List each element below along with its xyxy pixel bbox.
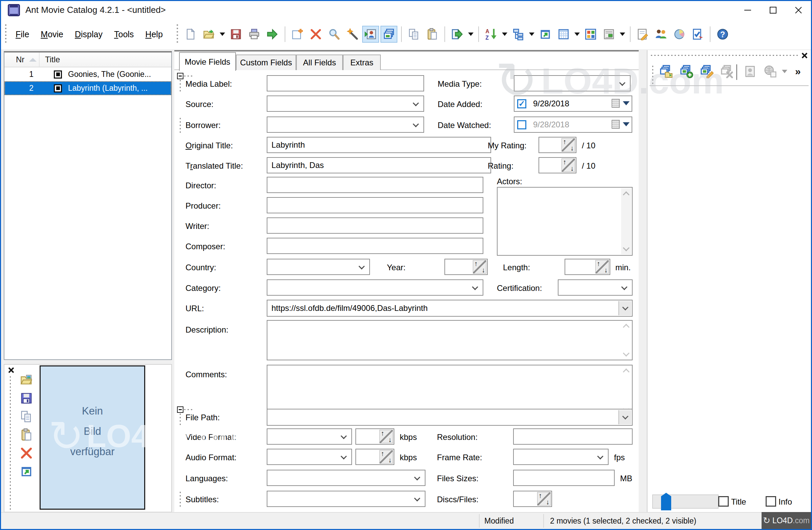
spinner-buttons[interactable]: ↑↓: [562, 138, 575, 152]
spinner-buttons[interactable]: ↑↓: [562, 158, 575, 172]
list-view-button[interactable]: [600, 26, 618, 43]
actors-textarea[interactable]: [497, 187, 633, 256]
statistics-button[interactable]: [671, 26, 688, 43]
subtitles-dropdown[interactable]: [267, 491, 425, 507]
delete-picture-button[interactable]: [18, 445, 35, 462]
writer-input[interactable]: [267, 217, 483, 234]
paste-picture-button[interactable]: [18, 426, 35, 443]
right-toolbar-grip[interactable]: [652, 66, 653, 85]
video-bitrate-spinner[interactable]: ↑↓: [356, 428, 394, 445]
help-button[interactable]: ?: [714, 26, 731, 43]
right-panel-close-button[interactable]: [800, 52, 809, 60]
file-path-combo[interactable]: [267, 409, 633, 426]
picture-delete-button[interactable]: [719, 63, 736, 80]
minimize-button[interactable]: [735, 1, 760, 19]
date-added-checkbox[interactable]: ✓: [517, 99, 526, 109]
audio-bitrate-spinner[interactable]: ↑↓: [356, 449, 394, 465]
producer-input[interactable]: [267, 197, 483, 213]
spinner-buttons[interactable]: ↑↓: [537, 492, 551, 506]
picture-panel-grip[interactable]: [10, 376, 11, 510]
source-dropdown[interactable]: [267, 96, 424, 112]
import-dropdown[interactable]: [468, 32, 474, 36]
loans-button[interactable]: [634, 26, 651, 43]
borrower-dropdown[interactable]: [267, 116, 424, 133]
menu-tools[interactable]: Tools: [108, 29, 140, 39]
original-title-input[interactable]: Labyrinth: [267, 137, 491, 153]
languages-dropdown[interactable]: [267, 470, 425, 486]
more-buttons-chevron[interactable]: »: [795, 66, 801, 77]
save-picture-button[interactable]: [18, 390, 35, 407]
composer-input[interactable]: [267, 238, 483, 254]
length-spinner[interactable]: ↑↓: [565, 259, 610, 275]
column-header-nr[interactable]: Nr: [4, 53, 40, 67]
file-path-dropdown-button[interactable]: [619, 410, 631, 424]
copy-button[interactable]: [406, 26, 422, 43]
get-info-button[interactable]: [362, 26, 379, 43]
sort-dropdown[interactable]: [502, 32, 507, 36]
export-button[interactable]: [264, 26, 281, 43]
url-combo[interactable]: https://ssl.ofdb.de/film/49006,Das-Labyr…: [267, 300, 633, 317]
description-textarea[interactable]: [267, 320, 633, 360]
right-panel-grip[interactable]: [651, 55, 799, 56]
director-input[interactable]: [267, 177, 483, 193]
spinner-buttons[interactable]: ↑↓: [595, 260, 609, 274]
audio-format-dropdown[interactable]: [267, 449, 352, 465]
delete-movie-button[interactable]: [307, 26, 324, 43]
web-picture-dropdown[interactable]: [782, 70, 787, 73]
picture-add-button[interactable]: [678, 63, 695, 80]
tab-custom-fields[interactable]: Custom Fields: [236, 55, 296, 70]
movie-checkbox[interactable]: [54, 70, 62, 78]
collapse-files-group[interactable]: [177, 406, 184, 413]
print-button[interactable]: [246, 26, 263, 43]
grid-view-button[interactable]: [555, 26, 572, 43]
files-sizes-input[interactable]: [513, 470, 615, 486]
picture-manager-button[interactable]: [380, 26, 397, 43]
detach-picture-button[interactable]: [18, 463, 35, 480]
date-watched-calendar-button[interactable]: [612, 120, 629, 129]
scroll-down-icon[interactable]: [623, 350, 629, 357]
menu-display[interactable]: Display: [69, 29, 108, 39]
certification-dropdown[interactable]: [558, 280, 633, 296]
paste-button[interactable]: [424, 26, 441, 43]
media-type-dropdown[interactable]: [514, 75, 630, 91]
menu-movie[interactable]: Movie: [35, 29, 69, 39]
date-added-value[interactable]: 9/28/2018: [533, 99, 569, 109]
movie-wizard-button[interactable]: [344, 26, 361, 43]
new-file-button[interactable]: [182, 26, 199, 43]
save-file-button[interactable]: [228, 26, 244, 43]
url-dropdown-button[interactable]: [619, 301, 631, 315]
collapse-main-group[interactable]: [177, 73, 184, 79]
rating-spinner[interactable]: ↑↓: [538, 157, 577, 173]
translated-title-input[interactable]: Labyrinth, Das: [267, 157, 491, 173]
tab-extras[interactable]: Extras: [343, 55, 381, 70]
add-movie-button[interactable]: [289, 26, 306, 43]
scroll-up-icon[interactable]: [623, 191, 629, 198]
actors-scrollbar[interactable]: [621, 188, 631, 254]
thumbnail-size-slider[interactable]: [652, 495, 719, 508]
category-dropdown[interactable]: [267, 280, 483, 296]
slider-thumb[interactable]: [661, 493, 671, 510]
list-view-dropdown[interactable]: [620, 32, 625, 36]
open-file-dropdown[interactable]: [220, 32, 225, 36]
frame-rate-dropdown[interactable]: [513, 449, 609, 465]
tab-movie-fields[interactable]: Movie Fields: [179, 52, 236, 71]
movie-row-2[interactable]: 2 Labyrinth (Labyrinth, ...: [4, 81, 171, 95]
spinner-buttons[interactable]: ↑↓: [473, 260, 487, 274]
my-rating-spinner[interactable]: ↑↓: [538, 137, 577, 153]
toolbar-grip[interactable]: [177, 24, 178, 44]
open-file-button[interactable]: [200, 26, 217, 43]
resolution-input[interactable]: [513, 428, 633, 445]
spinner-buttons[interactable]: ↑↓: [379, 430, 393, 443]
web-picture-button[interactable]: [762, 63, 779, 80]
tab-all-fields[interactable]: All Fields: [296, 55, 343, 70]
maximize-button[interactable]: [760, 1, 786, 19]
column-header-title[interactable]: Title: [40, 53, 171, 67]
scroll-up-icon[interactable]: [623, 369, 629, 375]
media-label-input[interactable]: [267, 75, 424, 91]
country-dropdown[interactable]: [267, 259, 370, 275]
grid-view-dropdown[interactable]: [575, 32, 580, 36]
discs-files-spinner[interactable]: ↑↓: [513, 491, 552, 507]
menu-grip[interactable]: [5, 24, 6, 44]
picture-panel-close-button[interactable]: [7, 366, 15, 374]
actors-manager-button[interactable]: [653, 26, 669, 43]
